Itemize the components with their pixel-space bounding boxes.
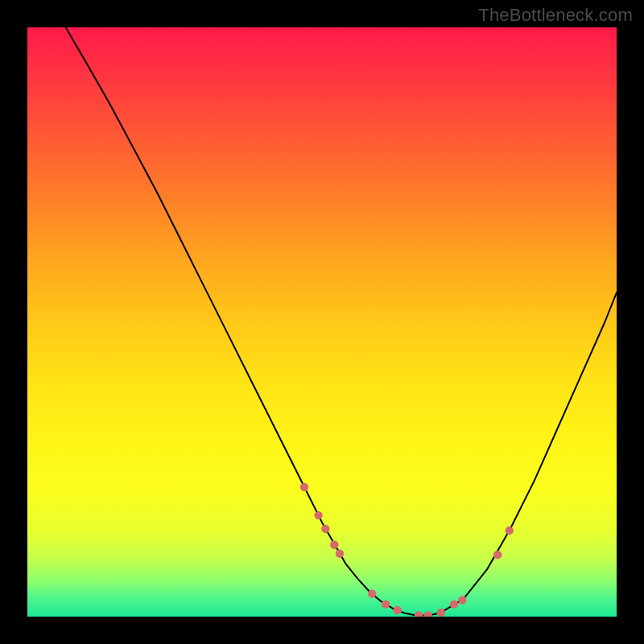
chart-marker: [450, 600, 458, 608]
chart-marker: [314, 511, 322, 519]
chart-marker: [493, 551, 502, 559]
watermark-text: TheBottleneck.com: [478, 5, 633, 26]
chart-marker: [506, 526, 514, 535]
chart-marker: [394, 606, 402, 614]
chart-marker: [300, 483, 308, 491]
chart-marker: [330, 541, 338, 549]
chart-marker: [382, 600, 390, 608]
chart-marker: [336, 549, 344, 557]
chart-marker: [368, 589, 376, 597]
chart-marker: [321, 525, 329, 533]
chart-plot-area: [27, 27, 617, 617]
chart-marker: [458, 596, 466, 604]
chart-marker: [437, 609, 445, 617]
